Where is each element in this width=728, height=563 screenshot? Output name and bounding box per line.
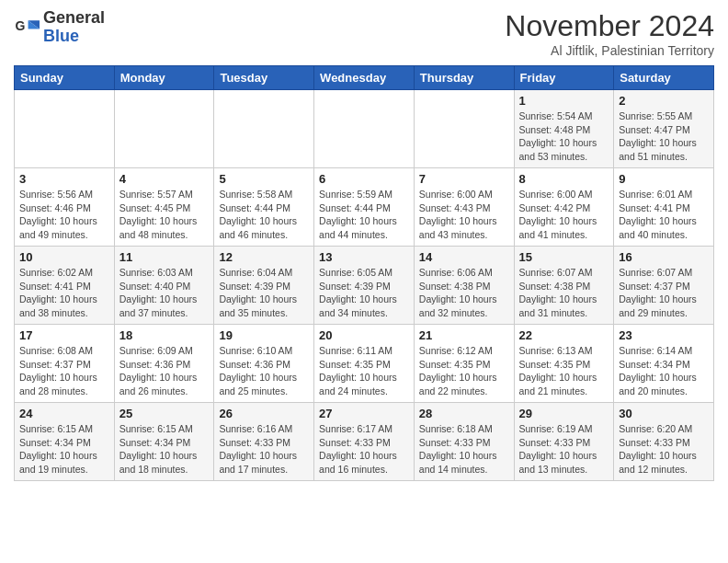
day-number: 12 — [219, 250, 309, 264]
day-number: 28 — [419, 407, 509, 420]
day-info: Sunrise: 6:05 AM Sunset: 4:39 PM Dayligh… — [319, 266, 409, 320]
day-cell: 1Sunrise: 5:54 AM Sunset: 4:48 PM Daylig… — [514, 90, 614, 168]
day-cell: 23Sunrise: 6:14 AM Sunset: 4:34 PM Dayli… — [614, 325, 714, 403]
day-info: Sunrise: 6:00 AM Sunset: 4:42 PM Dayligh… — [519, 188, 609, 242]
day-cell: 22Sunrise: 6:13 AM Sunset: 4:35 PM Dayli… — [514, 325, 614, 403]
day-info: Sunrise: 6:09 AM Sunset: 4:36 PM Dayligh… — [119, 344, 210, 398]
header: G General Blue November 2024 Al Jiftlik,… — [14, 9, 714, 58]
logo-text: General Blue — [43, 9, 105, 46]
page: G General Blue November 2024 Al Jiftlik,… — [0, 0, 728, 490]
day-info: Sunrise: 6:06 AM Sunset: 4:38 PM Dayligh… — [419, 266, 509, 320]
month-title: November 2024 — [505, 9, 714, 43]
svg-text:G: G — [16, 18, 26, 33]
day-number: 15 — [519, 250, 609, 264]
day-number: 6 — [319, 172, 409, 186]
day-cell: 25Sunrise: 6:15 AM Sunset: 4:34 PM Dayli… — [114, 403, 214, 481]
day-cell: 28Sunrise: 6:18 AM Sunset: 4:33 PM Dayli… — [414, 403, 514, 481]
weekday-monday: Monday — [114, 66, 214, 90]
day-cell: 16Sunrise: 6:07 AM Sunset: 4:37 PM Dayli… — [614, 247, 714, 325]
day-info: Sunrise: 6:18 AM Sunset: 4:33 PM Dayligh… — [419, 422, 509, 477]
calendar-body: 1Sunrise: 5:54 AM Sunset: 4:48 PM Daylig… — [15, 90, 714, 481]
week-row-5: 24Sunrise: 6:15 AM Sunset: 4:34 PM Dayli… — [15, 403, 714, 481]
logo-line1: General — [43, 9, 105, 28]
day-cell — [314, 90, 415, 168]
day-cell — [214, 90, 314, 168]
day-info: Sunrise: 5:59 AM Sunset: 4:44 PM Dayligh… — [319, 188, 409, 242]
weekday-tuesday: Tuesday — [214, 66, 314, 90]
day-cell: 27Sunrise: 6:17 AM Sunset: 4:33 PM Dayli… — [314, 403, 415, 481]
day-info: Sunrise: 6:10 AM Sunset: 4:36 PM Dayligh… — [219, 344, 309, 398]
day-number: 30 — [619, 407, 709, 420]
day-number: 11 — [119, 250, 210, 264]
day-cell: 14Sunrise: 6:06 AM Sunset: 4:38 PM Dayli… — [414, 247, 514, 325]
logo-icon: G — [14, 15, 40, 40]
day-info: Sunrise: 6:03 AM Sunset: 4:40 PM Dayligh… — [119, 266, 210, 320]
weekday-wednesday: Wednesday — [314, 66, 415, 90]
week-row-4: 17Sunrise: 6:08 AM Sunset: 4:37 PM Dayli… — [15, 325, 714, 403]
day-info: Sunrise: 6:13 AM Sunset: 4:35 PM Dayligh… — [519, 344, 609, 398]
subtitle: Al Jiftlik, Palestinian Territory — [505, 43, 714, 58]
day-cell: 9Sunrise: 6:01 AM Sunset: 4:41 PM Daylig… — [614, 168, 714, 247]
day-info: Sunrise: 6:14 AM Sunset: 4:34 PM Dayligh… — [619, 344, 709, 398]
day-cell: 11Sunrise: 6:03 AM Sunset: 4:40 PM Dayli… — [114, 247, 214, 325]
day-info: Sunrise: 6:15 AM Sunset: 4:34 PM Dayligh… — [19, 422, 109, 477]
calendar-header: SundayMondayTuesdayWednesdayThursdayFrid… — [15, 66, 714, 90]
day-info: Sunrise: 6:07 AM Sunset: 4:38 PM Dayligh… — [519, 266, 609, 320]
day-cell: 6Sunrise: 5:59 AM Sunset: 4:44 PM Daylig… — [314, 168, 415, 247]
day-cell: 29Sunrise: 6:19 AM Sunset: 4:33 PM Dayli… — [514, 403, 614, 481]
day-cell: 2Sunrise: 5:55 AM Sunset: 4:47 PM Daylig… — [614, 90, 714, 168]
logo-line2: Blue — [43, 28, 105, 46]
day-number: 1 — [519, 94, 609, 108]
day-number: 23 — [619, 328, 709, 342]
day-cell: 19Sunrise: 6:10 AM Sunset: 4:36 PM Dayli… — [214, 325, 314, 403]
day-number: 27 — [319, 407, 409, 420]
day-info: Sunrise: 6:00 AM Sunset: 4:43 PM Dayligh… — [419, 188, 509, 242]
day-cell — [414, 90, 514, 168]
day-cell: 18Sunrise: 6:09 AM Sunset: 4:36 PM Dayli… — [114, 325, 214, 403]
logo: G General Blue — [14, 9, 105, 46]
day-info: Sunrise: 6:11 AM Sunset: 4:35 PM Dayligh… — [319, 344, 409, 398]
day-number: 17 — [19, 328, 109, 342]
day-number: 16 — [619, 250, 709, 264]
day-cell — [15, 90, 115, 168]
day-info: Sunrise: 6:19 AM Sunset: 4:33 PM Dayligh… — [519, 422, 609, 477]
day-cell — [114, 90, 214, 168]
day-number: 4 — [119, 172, 210, 186]
day-info: Sunrise: 6:16 AM Sunset: 4:33 PM Dayligh… — [219, 422, 309, 477]
day-number: 26 — [219, 407, 309, 420]
day-number: 8 — [519, 172, 609, 186]
day-cell: 8Sunrise: 6:00 AM Sunset: 4:42 PM Daylig… — [514, 168, 614, 247]
weekday-thursday: Thursday — [414, 66, 514, 90]
day-info: Sunrise: 5:55 AM Sunset: 4:47 PM Dayligh… — [619, 109, 709, 164]
week-row-1: 1Sunrise: 5:54 AM Sunset: 4:48 PM Daylig… — [15, 90, 714, 168]
calendar-table: SundayMondayTuesdayWednesdayThursdayFrid… — [14, 65, 714, 481]
weekday-saturday: Saturday — [614, 66, 714, 90]
day-number: 24 — [19, 407, 109, 420]
day-info: Sunrise: 5:57 AM Sunset: 4:45 PM Dayligh… — [119, 188, 210, 242]
weekday-sunday: Sunday — [15, 66, 115, 90]
day-number: 2 — [619, 94, 709, 108]
day-number: 25 — [119, 407, 210, 420]
day-number: 7 — [419, 172, 509, 186]
day-info: Sunrise: 5:54 AM Sunset: 4:48 PM Dayligh… — [519, 109, 609, 164]
day-cell: 15Sunrise: 6:07 AM Sunset: 4:38 PM Dayli… — [514, 247, 614, 325]
day-number: 21 — [419, 328, 509, 342]
day-info: Sunrise: 6:04 AM Sunset: 4:39 PM Dayligh… — [219, 266, 309, 320]
day-cell: 20Sunrise: 6:11 AM Sunset: 4:35 PM Dayli… — [314, 325, 415, 403]
day-number: 3 — [19, 172, 109, 186]
day-cell: 4Sunrise: 5:57 AM Sunset: 4:45 PM Daylig… — [114, 168, 214, 247]
day-info: Sunrise: 6:15 AM Sunset: 4:34 PM Dayligh… — [119, 422, 210, 477]
day-info: Sunrise: 6:01 AM Sunset: 4:41 PM Dayligh… — [619, 188, 709, 242]
day-info: Sunrise: 5:56 AM Sunset: 4:46 PM Dayligh… — [19, 188, 109, 242]
week-row-3: 10Sunrise: 6:02 AM Sunset: 4:41 PM Dayli… — [15, 247, 714, 325]
day-cell: 30Sunrise: 6:20 AM Sunset: 4:33 PM Dayli… — [614, 403, 714, 481]
day-info: Sunrise: 6:02 AM Sunset: 4:41 PM Dayligh… — [19, 266, 109, 320]
weekday-friday: Friday — [514, 66, 614, 90]
weekday-header-row: SundayMondayTuesdayWednesdayThursdayFrid… — [15, 66, 714, 90]
day-number: 9 — [619, 172, 709, 186]
day-info: Sunrise: 5:58 AM Sunset: 4:44 PM Dayligh… — [219, 188, 309, 242]
day-cell: 21Sunrise: 6:12 AM Sunset: 4:35 PM Dayli… — [414, 325, 514, 403]
day-info: Sunrise: 6:12 AM Sunset: 4:35 PM Dayligh… — [419, 344, 509, 398]
day-number: 18 — [119, 328, 210, 342]
day-number: 10 — [19, 250, 109, 264]
